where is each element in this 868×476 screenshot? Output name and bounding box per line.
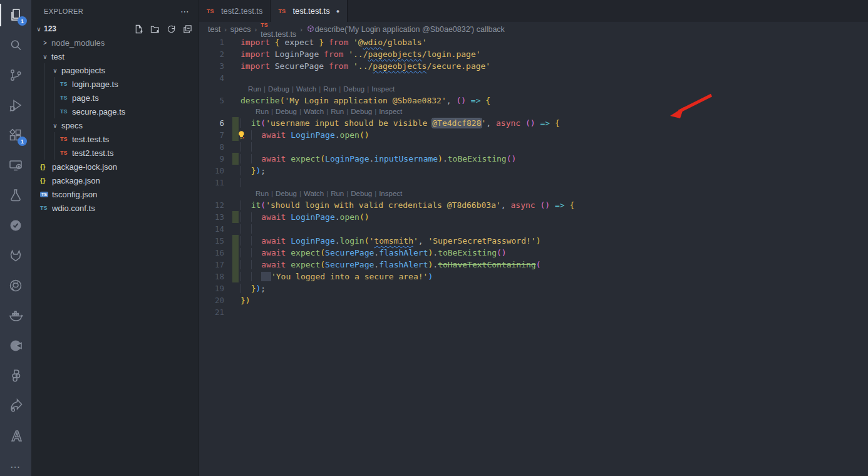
code-line-4[interactable]: 4 [199, 72, 868, 84]
code-line-13[interactable]: 13 await LoginPage.open() [199, 211, 868, 223]
tree-item-label: page.ts [72, 93, 99, 103]
codelens-debug-link[interactable]: Debug [351, 190, 372, 197]
codelens-inspect-link[interactable]: Inspect [379, 190, 402, 197]
tree-item-test2.test.ts[interactable]: TStest2.test.ts [31, 146, 199, 160]
new-folder-icon[interactable] [148, 23, 161, 35]
codelens-watch-link[interactable]: Watch [304, 190, 324, 197]
code-line-14[interactable]: 14 [199, 223, 868, 235]
testing-icon[interactable] [0, 180, 31, 210]
codelens-debug-link[interactable]: Debug [276, 190, 297, 197]
extensions-icon[interactable]: 1 [0, 120, 31, 150]
codelens-run-link[interactable]: Run [331, 190, 344, 197]
gutter-decoration [224, 129, 240, 141]
breadcrumb-item[interactable]: test [208, 25, 220, 34]
typescript-file-icon: TS [60, 106, 71, 116]
codelens-run-link[interactable]: Run [248, 85, 261, 93]
chevron-right-icon: > [40, 39, 50, 46]
refresh-icon[interactable] [165, 23, 177, 35]
line-number: 18 [199, 271, 224, 282]
code-line-17[interactable]: 17 await expect(SecurePage.flashAlert).t… [199, 259, 868, 271]
more-actions-icon[interactable]: ⋯ [0, 457, 31, 476]
line-number: 3 [199, 60, 224, 72]
code-line-10[interactable]: 10 }); [199, 165, 868, 177]
circle-notch-icon[interactable] [0, 331, 31, 361]
tree-item-specs[interactable]: ∨specs [31, 118, 199, 132]
code-line-21[interactable]: 21 [199, 306, 868, 318]
codelens-watch-link[interactable]: Watch [304, 108, 324, 115]
check-circle-icon[interactable] [0, 210, 31, 241]
codelens-inspect-link[interactable]: Inspect [371, 85, 395, 93]
file-tree: >node_modules∨test∨pageobjectsTSlogin.pa… [31, 36, 199, 476]
new-file-icon[interactable] [132, 23, 145, 35]
codelens-run-link[interactable]: Run [331, 108, 344, 115]
typescript-file-icon: TS [60, 93, 71, 103]
tree-item-login.page.ts[interactable]: TSlogin.page.ts [31, 77, 199, 91]
code-line-20[interactable]: 20}) [199, 294, 868, 306]
chevron-down-icon: ∨ [50, 67, 60, 74]
code-line-3[interactable]: 3import SecurePage from '../pageobjects/… [199, 60, 868, 72]
code-line-6[interactable]: 6 it('username input should be visible @… [199, 117, 868, 129]
workspace-section-header[interactable]: ∨ 123 [31, 22, 199, 36]
code-line-11[interactable]: 11 [199, 177, 868, 189]
codelens-debug-link[interactable]: Debug [351, 108, 372, 115]
typescript-file-icon: TS [261, 20, 271, 30]
collapse-all-icon[interactable] [181, 23, 194, 35]
codelens-inspect-link[interactable]: Inspect [379, 108, 402, 115]
tree-item-package.json[interactable]: {}package.json [31, 173, 199, 187]
tab-label: test.test.ts [292, 6, 329, 16]
breadcrumb-item[interactable]: TStest.test.ts [261, 20, 296, 39]
azure-icon[interactable] [0, 421, 31, 451]
breadcrumb-item[interactable]: describe('My Login application @Sb0ae083… [306, 24, 505, 34]
tree-item-node_modules[interactable]: >node_modules [31, 36, 199, 49]
tree-item-pageobjects[interactable]: ∨pageobjects [31, 63, 199, 77]
tree-item-page.ts[interactable]: TSpage.ts [31, 91, 199, 105]
tree-item-wdio.conf.ts[interactable]: TSwdio.conf.ts [31, 201, 199, 215]
sidebar-more-actions-icon[interactable]: ⋯ [180, 6, 190, 16]
codelens-debug-link[interactable]: Debug [268, 85, 289, 93]
search-icon[interactable] [0, 30, 31, 60]
badge: 1 [18, 137, 27, 146]
tree-item-test.test.ts[interactable]: TStest.test.ts [31, 132, 199, 146]
code-line-8[interactable]: 8 [199, 141, 868, 153]
code-line-9[interactable]: 9 await expect(LoginPage.inputUsername).… [199, 153, 868, 165]
chevron-down-icon: ∨ [34, 26, 44, 33]
code-line-16[interactable]: 16 await expect(SecurePage.flashAlert).t… [199, 247, 868, 259]
code-line-7[interactable]: 7 await LoginPage.open() [199, 129, 868, 141]
codelens-run-link[interactable]: Run [256, 108, 269, 115]
codelens-watch-link[interactable]: Watch [296, 85, 316, 93]
gutter-decoration [224, 259, 240, 271]
breadcrumb-item[interactable]: specs [230, 25, 251, 34]
docker-icon[interactable] [0, 301, 31, 331]
live-share-icon[interactable] [0, 391, 31, 421]
explorer-icon[interactable]: 1 [0, 0, 31, 30]
line-number: 16 [199, 247, 224, 259]
remote-explorer-icon[interactable] [0, 150, 31, 180]
code-line-15[interactable]: 15 await LoginPage.login('tomsmith', 'Su… [199, 235, 868, 247]
codelens-debug-link[interactable]: Debug [343, 85, 364, 93]
code-line-18[interactable]: 18 'You logged into a secure area!') [199, 271, 868, 282]
source-control-icon[interactable] [0, 60, 31, 90]
tree-item-package-lock.json[interactable]: {}package-lock.json [31, 160, 199, 173]
tree-item-tsconfig.json[interactable]: TStsconfig.json [31, 187, 199, 201]
codelens-debug-link[interactable]: Debug [276, 108, 297, 115]
tree-item-secure.page.ts[interactable]: TSsecure.page.ts [31, 105, 199, 118]
line-number: 4 [199, 72, 224, 84]
lightbulb-icon[interactable] [236, 130, 247, 140]
git-added-indicator [232, 235, 239, 247]
figma-icon[interactable] [0, 361, 31, 391]
code-editor[interactable]: 1import { expect } from '@wdio/globals'2… [199, 36, 868, 476]
codelens-run-link[interactable]: Run [323, 85, 336, 93]
run-and-debug-icon[interactable] [0, 90, 31, 120]
code-line-1[interactable]: 1import { expect } from '@wdio/globals' [199, 36, 868, 48]
code-line-19[interactable]: 19 }); [199, 282, 868, 294]
code-line-2[interactable]: 2import LoginPage from '../pageobjects/l… [199, 48, 868, 60]
codelens-run-link[interactable]: Run [256, 190, 269, 197]
tab-test.test.ts[interactable]: TStest.test.ts● [271, 0, 348, 22]
tab-test2.test.ts[interactable]: TStest2.test.ts [199, 0, 271, 22]
tree-item-test[interactable]: ∨test [31, 49, 199, 63]
code-line-12[interactable]: 12 it('should login with valid credentia… [199, 199, 868, 211]
gitlab-icon[interactable] [0, 241, 31, 271]
code-line-5[interactable]: 5describe('My Login application @Sb0ae08… [199, 95, 868, 106]
activity-bar: 11⋯ [0, 0, 31, 476]
github-icon[interactable] [0, 271, 31, 301]
